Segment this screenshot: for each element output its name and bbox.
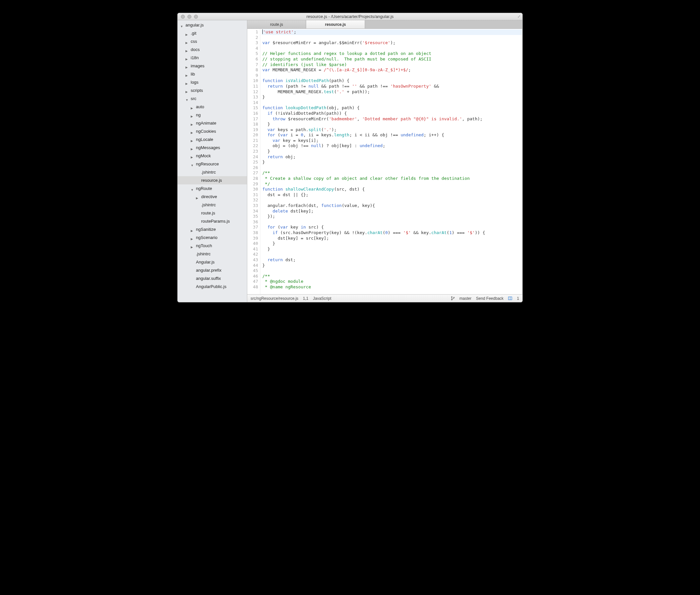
- tree-node[interactable]: ngMessages: [178, 143, 247, 152]
- code-line[interactable]: if (src.hasOwnProperty(key) && !(key.cha…: [262, 230, 522, 236]
- code-line[interactable]: [262, 46, 522, 51]
- code-line[interactable]: }: [262, 94, 522, 100]
- code-editor[interactable]: 1234567891011121314151617181920212223242…: [247, 29, 522, 294]
- chevron-right-icon[interactable]: [186, 81, 189, 84]
- chevron-right-icon[interactable]: [191, 138, 194, 141]
- code-line[interactable]: // Helper functions and regex to lookup …: [262, 51, 522, 57]
- code-line[interactable]: }: [262, 149, 522, 154]
- code-line[interactable]: for (var key in src) {: [262, 225, 522, 230]
- code-line[interactable]: * Create a shallow copy of an object and…: [262, 176, 522, 181]
- tree-node[interactable]: scripts: [178, 86, 247, 94]
- code-line[interactable]: // identifiers (just like $parse): [262, 62, 522, 68]
- code-line[interactable]: [262, 268, 522, 274]
- code-line[interactable]: [262, 165, 522, 171]
- status-git-branch[interactable]: master: [460, 296, 472, 301]
- project-tree[interactable]: angular.js.gitcssdocsi18nimagesliblogssc…: [178, 20, 247, 302]
- code-line[interactable]: });: [262, 214, 522, 219]
- chevron-down-icon[interactable]: [180, 24, 184, 27]
- tree-node[interactable]: ng: [178, 111, 247, 119]
- code-line[interactable]: return dst;: [262, 257, 522, 263]
- tree-node[interactable]: ngSanitize: [178, 225, 247, 233]
- chevron-down-icon[interactable]: [191, 187, 194, 190]
- tree-node[interactable]: angular.prefix: [178, 266, 247, 274]
- tree-node[interactable]: angular.js: [178, 21, 247, 29]
- code-line[interactable]: function isValidDottedPath(path) {: [262, 78, 522, 84]
- tree-node[interactable]: Angular.js: [178, 258, 247, 266]
- tree-node[interactable]: .jshintrc: [178, 201, 247, 209]
- chevron-down-icon[interactable]: [186, 97, 189, 101]
- code-line[interactable]: angular.forEach(dst, function(value, key…: [262, 203, 522, 208]
- chevron-right-icon[interactable]: [191, 146, 194, 149]
- git-branch-icon[interactable]: [451, 296, 455, 301]
- code-line[interactable]: /**: [262, 274, 522, 279]
- status-feedback[interactable]: Send Feedback: [476, 296, 504, 301]
- code-line[interactable]: }: [262, 160, 522, 165]
- chevron-right-icon[interactable]: [191, 228, 194, 231]
- code-line[interactable]: }: [262, 247, 522, 252]
- code-line[interactable]: 'use strict';: [262, 29, 522, 35]
- fullscreen-icon[interactable]: ⤢: [517, 15, 520, 19]
- code-line[interactable]: */: [262, 181, 522, 187]
- code-line[interactable]: }: [262, 263, 522, 268]
- tree-node[interactable]: ngScenario: [178, 233, 247, 242]
- code-line[interactable]: [262, 252, 522, 257]
- tree-node[interactable]: i18n: [178, 54, 247, 62]
- zoom-icon[interactable]: [194, 15, 198, 19]
- code-area[interactable]: 'use strict';var $resourceMinErr = angul…: [260, 29, 522, 294]
- tree-node[interactable]: docs: [178, 46, 247, 54]
- tree-node[interactable]: images: [178, 62, 247, 70]
- code-line[interactable]: }: [262, 241, 522, 247]
- editor-tab[interactable]: route.js: [247, 20, 306, 28]
- code-line[interactable]: [262, 219, 522, 225]
- chevron-right-icon[interactable]: [191, 122, 194, 125]
- tree-node[interactable]: ngResource: [178, 160, 247, 168]
- chevron-right-icon[interactable]: [186, 73, 189, 76]
- code-line[interactable]: var keys = path.split('.');: [262, 127, 522, 133]
- tree-node[interactable]: ngMock: [178, 152, 247, 160]
- chevron-right-icon[interactable]: [191, 236, 194, 239]
- editor-tab[interactable]: resource.js: [306, 20, 365, 28]
- code-line[interactable]: for (var i = 0, ii = keys.length; i < ii…: [262, 133, 522, 138]
- tree-node[interactable]: routeParams.js: [178, 217, 247, 225]
- chevron-right-icon[interactable]: [186, 48, 189, 51]
- code-line[interactable]: obj = (obj !== null) ? obj[key] : undefi…: [262, 143, 522, 149]
- code-line[interactable]: return obj;: [262, 154, 522, 160]
- code-line[interactable]: MEMBER_NAME_REGEX.test('.' + path));: [262, 89, 522, 95]
- code-line[interactable]: [262, 197, 522, 203]
- tree-node[interactable]: ngRoute: [178, 185, 247, 193]
- minimize-icon[interactable]: [187, 15, 191, 19]
- tree-node[interactable]: ngCookies: [178, 127, 247, 135]
- code-line[interactable]: var $resourceMinErr = angular.$$minErr('…: [262, 40, 522, 46]
- code-line[interactable]: function shallowClearAndCopy(src, dst) {: [262, 187, 522, 192]
- code-line[interactable]: function lookupDottedPath(obj, path) {: [262, 105, 522, 111]
- chevron-right-icon[interactable]: [186, 64, 189, 68]
- code-line[interactable]: if (!isValidDottedPath(path)) {: [262, 111, 522, 116]
- tree-node[interactable]: .git: [178, 29, 247, 37]
- chevron-right-icon[interactable]: [186, 32, 189, 35]
- code-line[interactable]: [262, 73, 522, 79]
- tree-node[interactable]: .jshintrc: [178, 250, 247, 258]
- tree-node[interactable]: ngTouch: [178, 242, 247, 250]
- chevron-right-icon[interactable]: [191, 154, 194, 158]
- panes-icon[interactable]: [508, 296, 512, 301]
- tree-node[interactable]: ngAnimate: [178, 119, 247, 127]
- tree-node[interactable]: directive: [178, 193, 247, 201]
- code-line[interactable]: delete dst[key];: [262, 208, 522, 214]
- code-line[interactable]: }: [262, 122, 522, 127]
- status-pane-count[interactable]: 1: [517, 296, 519, 301]
- tree-node[interactable]: auto: [178, 103, 247, 111]
- code-line[interactable]: dst[key] = src[key];: [262, 236, 522, 241]
- tree-node[interactable]: ngLocale: [178, 135, 247, 143]
- tree-node[interactable]: css: [178, 37, 247, 46]
- chevron-right-icon[interactable]: [186, 56, 189, 59]
- tree-node[interactable]: route.js: [178, 209, 247, 217]
- code-line[interactable]: var MEMBER_NAME_REGEX = /^(\.[a-zA-Z_$][…: [262, 67, 522, 73]
- code-line[interactable]: [262, 100, 522, 106]
- chevron-right-icon[interactable]: [186, 89, 189, 92]
- chevron-right-icon[interactable]: [186, 40, 189, 43]
- tree-node[interactable]: angular.suffix: [178, 274, 247, 282]
- chevron-right-icon[interactable]: [191, 113, 194, 117]
- tree-node[interactable]: lib: [178, 70, 247, 78]
- close-icon[interactable]: [181, 15, 185, 19]
- chevron-down-icon[interactable]: [191, 163, 194, 166]
